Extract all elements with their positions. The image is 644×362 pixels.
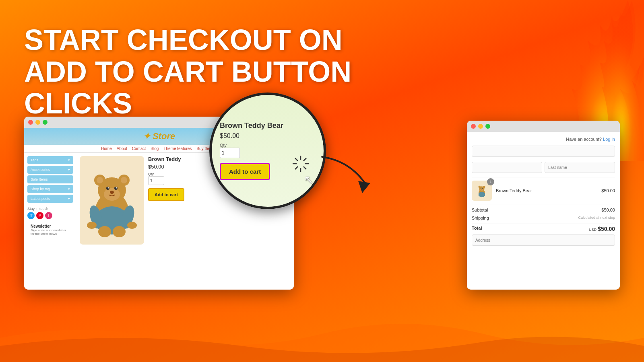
nav-theme-features[interactable]: Theme features [163,146,192,151]
checkout-totals: Subtotal $50.00 Shipping Calculated at n… [472,208,615,232]
checkout-product-price: $50.00 [601,188,615,193]
magnify-qty-label: Qty [220,143,316,148]
checkout-minimize-dot [478,124,483,129]
browser-titlebar-right [467,121,620,132]
sidebar-accessories[interactable]: Accessories ▾ [27,166,73,174]
checkout-product-row: 1 Brown Teddy Bear $50.00 [472,177,615,204]
nav-about[interactable]: About [117,146,127,151]
checkout-email-input[interactable] [472,146,615,157]
arrow-svg [314,153,374,201]
cursor-icon: ↖ [304,173,313,186]
heading-line2: ADD TO CART BUTTON CLICKS [24,56,366,119]
click-burst [291,154,311,174]
checkout-maximize-dot [485,124,490,129]
magnify-add-to-cart-button[interactable]: Add to cart [220,163,270,180]
svg-point-16 [87,222,97,229]
browser-close-dot [28,120,33,125]
magnify-circle: Brown Teddy Bear $50.00 Qty Add to cart [209,93,326,209]
checkout-close-dot [471,124,476,129]
svg-line-24 [295,158,298,161]
sidebar-tags[interactable]: Tags ▾ [27,156,73,164]
login-link[interactable]: Log in [603,137,615,142]
total-value: $50.00 [598,226,615,232]
svg-point-17 [127,222,137,229]
checkout-product-image: 1 [472,181,492,201]
svg-point-35 [482,188,483,189]
svg-point-34 [481,188,481,189]
svg-point-3 [97,177,103,183]
svg-point-18 [98,226,111,237]
subtotal-value: $50.00 [601,208,615,212]
store-sidebar: Tags ▾ Accessories ▾ Sale Items Shop by … [24,153,76,286]
checkout-form [472,146,615,173]
product-badge: 1 [487,178,494,185]
svg-rect-38 [479,193,485,196]
add-to-cart-button-store[interactable]: Add to cart [148,188,184,201]
sidebar-latest-posts[interactable]: Latest posts ▾ [27,195,73,203]
checkout-content: Have an account? Log in [467,132,620,290]
main-heading: START CHECKOUT ON ADD TO CART BUTTON CLI… [24,24,366,120]
magnify-price: $50.00 [220,132,316,140]
svg-point-32 [483,186,485,188]
total-label: Total [472,226,482,232]
total-currency: USD [589,228,597,232]
svg-point-9 [108,187,109,189]
checkout-product-name: Brown Teddy Bear [496,188,597,193]
newsletter-label: Newsletter [31,224,70,228]
svg-point-36 [481,189,482,189]
sidebar-shop-by-tag[interactable]: Shop by tag ▾ [27,185,73,193]
subtotal-label: Subtotal [472,208,488,212]
svg-point-6 [104,188,120,201]
product-image [80,156,144,245]
instagram-icon[interactable]: I [45,212,52,219]
svg-point-11 [110,191,114,194]
shipping-label: Shipping [472,216,489,220]
nav-home[interactable]: Home [101,146,112,151]
shipping-value: Calculated at next step [578,216,615,220]
svg-line-26 [295,167,298,169]
have-account-text: Have an account? [566,137,602,142]
wave-decoration [0,314,644,362]
svg-line-27 [303,167,306,169]
qty-input[interactable] [148,176,164,185]
svg-point-19 [113,226,126,237]
total-row: Total USD $50.00 [472,224,615,232]
checkout-header: Have an account? Log in [472,137,615,142]
svg-point-10 [116,187,117,189]
twitter-icon[interactable]: 𝕋 [27,212,35,219]
checkout-address-input[interactable] [472,234,615,246]
social-label: Stay in touch [27,207,73,211]
browser-maximize-dot [43,120,47,125]
heading-line1: START CHECKOUT ON [24,24,366,56]
browser-minimize-dot [35,120,40,125]
total-amount: USD $50.00 [589,226,615,232]
nav-blog[interactable]: Blog [151,146,159,151]
magnify-product-title: Brown Teddy Bear [220,121,316,130]
subtotal-row: Subtotal $50.00 [472,208,615,214]
svg-line-25 [303,158,306,161]
checkout-firstname-input[interactable] [472,162,542,173]
pinterest-icon[interactable]: P [36,212,43,219]
checkout-lastname-input[interactable] [545,162,615,173]
name-row [472,162,615,173]
svg-point-5 [121,177,127,183]
sidebar-sale-items[interactable]: Sale Items [27,175,73,183]
svg-point-33 [480,188,483,191]
svg-marker-28 [358,181,370,193]
magnify-qty-input[interactable] [220,148,240,158]
social-icons: 𝕋 P I [27,212,73,219]
newsletter-sub: Sign up to our newsletter for the latest… [31,228,70,236]
svg-point-31 [479,186,481,188]
shipping-row: Shipping Calculated at next step [472,216,615,222]
checkout-browser-window: Have an account? Log in [467,121,620,290]
nav-contact[interactable]: Contact [132,146,146,151]
